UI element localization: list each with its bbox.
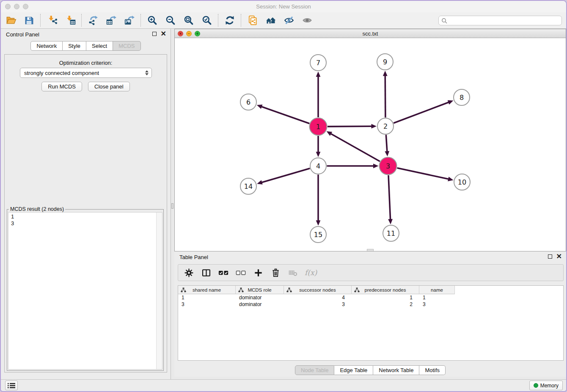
graph-node-6[interactable]: 6 — [240, 94, 256, 110]
close-panel-button[interactable]: Close panel — [88, 82, 130, 91]
import-table-icon[interactable] — [61, 13, 79, 28]
criterion-select-value: strongly connected component — [24, 70, 99, 76]
export-table-icon[interactable] — [102, 13, 120, 28]
cell-name[interactable]: 3 — [419, 301, 455, 307]
graph-node-8[interactable]: 8 — [454, 89, 470, 105]
control-tab-network[interactable]: Network — [30, 41, 63, 51]
float-panel-icon[interactable] — [152, 32, 157, 36]
zoom-selected-icon[interactable] — [198, 13, 216, 28]
zoom-in-icon[interactable] — [143, 13, 161, 28]
export-image-icon[interactable] — [120, 13, 138, 28]
zoom-window-icon[interactable] — [23, 4, 28, 9]
minimize-window-icon[interactable] — [14, 4, 19, 9]
node-table: shared nameMCDS rolesuccessor nodesprede… — [178, 285, 564, 361]
column-header-mcds-role[interactable]: MCDS role — [236, 286, 284, 294]
deselect-checkboxes-icon[interactable] — [235, 267, 246, 278]
table-tab-motifs[interactable]: Motifs — [419, 365, 446, 375]
table-tab-node-table[interactable]: Node Table — [295, 365, 335, 375]
two-houses-icon[interactable] — [261, 13, 280, 28]
cell-name[interactable]: 1 — [419, 295, 455, 301]
graph-node-1[interactable]: 1 — [310, 118, 327, 135]
graph-edge-1-7[interactable] — [316, 72, 321, 117]
cell-successor-nodes[interactable]: 3 — [284, 301, 352, 307]
table-row[interactable]: 1dominator411 — [178, 294, 563, 301]
network-canvas[interactable]: 7968124314101511 — [175, 38, 566, 251]
table-body: 1dominator4113dominator323 — [178, 294, 563, 308]
table-row[interactable]: 3dominator323 — [178, 301, 563, 308]
task-history-button[interactable] — [5, 381, 18, 390]
open-session-icon[interactable] — [2, 13, 20, 28]
cell-shared-name[interactable]: 1 — [178, 295, 236, 301]
graph-edge-3-10[interactable] — [397, 168, 453, 182]
graph-edge-3-1[interactable] — [327, 131, 380, 161]
save-session-icon[interactable] — [20, 13, 38, 28]
mcds-result-textarea[interactable]: 13 — [8, 212, 162, 370]
graph-edge-4-14[interactable] — [257, 168, 310, 185]
gear-icon[interactable] — [183, 267, 194, 278]
graph-node-3[interactable]: 3 — [380, 157, 397, 175]
graph-node-10[interactable]: 10 — [454, 174, 470, 190]
panel-splitter[interactable] — [171, 29, 174, 379]
graph-edge-2-3[interactable] — [385, 135, 389, 156]
graph-edge-2-9[interactable] — [383, 71, 388, 118]
cell-mcds-role[interactable]: dominator — [236, 301, 284, 307]
column-header-shared-name[interactable]: shared name — [178, 286, 236, 294]
cell-shared-name[interactable]: 3 — [178, 301, 236, 307]
network-close-icon[interactable]: × — [178, 31, 183, 36]
graph-edge-4-15[interactable] — [316, 175, 321, 226]
canvas-resize-grip[interactable] — [367, 249, 374, 251]
duplicate-network-icon[interactable] — [243, 13, 261, 28]
run-mcds-button[interactable]: Run MCDS — [41, 82, 82, 91]
refresh-icon[interactable] — [220, 13, 239, 28]
float-table-panel-icon[interactable] — [548, 254, 552, 259]
import-network-icon[interactable] — [43, 13, 61, 28]
column-header-predecessor-nodes[interactable]: predecessor nodes — [352, 286, 419, 294]
network-maximize-icon[interactable]: + — [195, 31, 200, 36]
graph-edge-1-6[interactable] — [257, 105, 309, 124]
memory-button[interactable]: Memory — [529, 381, 563, 390]
graph-node-2[interactable]: 2 — [377, 118, 394, 134]
table-panel: Table Panel ✕ — [174, 251, 566, 377]
control-tab-mcds[interactable]: MCDS — [113, 41, 140, 51]
main-toolbar — [1, 12, 566, 29]
splitter-grip[interactable] — [171, 203, 173, 209]
criterion-select[interactable]: strongly connected component — [20, 68, 152, 78]
table-tab-edge-table[interactable]: Edge Table — [334, 365, 373, 375]
select-all-checkboxes-icon[interactable] — [218, 267, 229, 278]
table-tab-network-table[interactable]: Network Table — [373, 365, 419, 375]
column-header-successor-nodes[interactable]: successor nodes — [284, 286, 352, 294]
search-input[interactable] — [449, 17, 559, 24]
network-graph[interactable]: 7968124314101511 — [175, 38, 566, 251]
close-panel-icon[interactable]: ✕ — [161, 31, 166, 36]
result-scrollbar[interactable] — [156, 213, 162, 369]
hide-selected-eye-slash-icon[interactable] — [280, 13, 298, 28]
graph-edge-4-3[interactable] — [327, 164, 379, 168]
svg-text:9: 9 — [383, 58, 387, 66]
control-tab-style[interactable]: Style — [63, 41, 86, 51]
zoom-out-icon[interactable] — [161, 13, 179, 28]
column-header-name[interactable]: name — [419, 286, 455, 294]
network-minimize-icon[interactable]: − — [186, 31, 192, 36]
graph-edge-1-2[interactable] — [328, 124, 377, 129]
export-network-icon[interactable] — [84, 13, 102, 28]
split-columns-icon[interactable] — [201, 267, 212, 278]
graph-edge-3-11[interactable] — [388, 175, 393, 224]
zoom-fit-icon[interactable] — [179, 13, 198, 28]
add-column-icon[interactable] — [253, 267, 264, 278]
control-tab-select[interactable]: Select — [86, 41, 113, 51]
close-table-panel-icon[interactable]: ✕ — [556, 254, 562, 259]
cell-predecessor-nodes[interactable]: 2 — [352, 301, 419, 307]
graph-edge-1-4[interactable] — [316, 136, 321, 157]
graph-node-7[interactable]: 7 — [310, 55, 326, 71]
graph-node-15[interactable]: 15 — [310, 226, 326, 243]
delete-column-icon[interactable] — [270, 267, 281, 278]
cell-successor-nodes[interactable]: 4 — [284, 295, 352, 301]
close-window-icon[interactable] — [5, 4, 11, 9]
graph-node-11[interactable]: 11 — [383, 225, 399, 241]
graph-edge-2-8[interactable] — [394, 100, 453, 123]
graph-node-14[interactable]: 14 — [240, 178, 256, 194]
graph-node-9[interactable]: 9 — [377, 54, 393, 70]
graph-node-4[interactable]: 4 — [310, 158, 326, 174]
cell-mcds-role[interactable]: dominator — [236, 295, 284, 301]
cell-predecessor-nodes[interactable]: 1 — [352, 295, 419, 301]
